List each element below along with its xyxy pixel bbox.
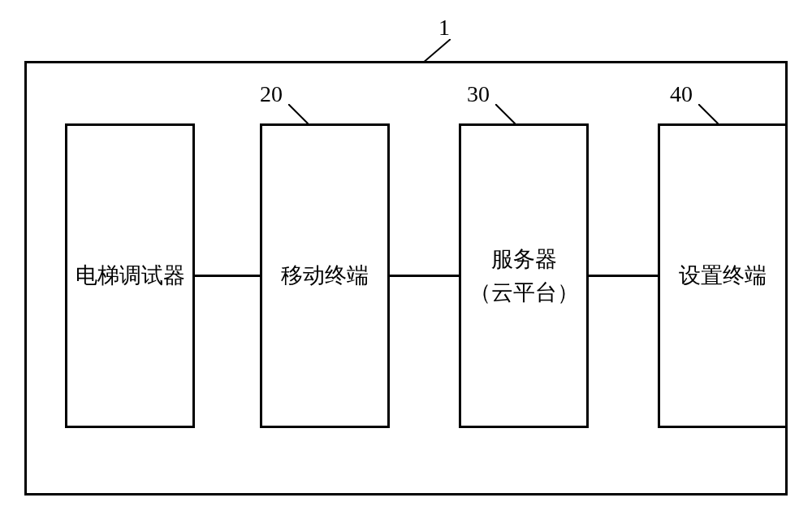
mobile-terminal-box: 移动终端: [260, 123, 390, 428]
connector-2-3: [390, 275, 459, 277]
label-container: 1: [438, 15, 450, 41]
svg-line-2: [495, 104, 516, 124]
elevator-debugger-box: 电梯调试器: [65, 123, 195, 428]
server-box: 服务器 （云平台）: [459, 123, 589, 428]
label-40: 40: [670, 81, 693, 107]
svg-line-1: [288, 104, 309, 124]
svg-line-0: [422, 39, 451, 63]
lead-line-30: [495, 104, 516, 124]
svg-line-3: [698, 104, 719, 124]
lead-line-40: [698, 104, 719, 124]
box-text-line2: （云平台）: [469, 276, 579, 309]
box-text: 设置终端: [679, 259, 767, 292]
connector-3-4: [589, 275, 658, 277]
lead-line-container: [422, 39, 451, 63]
connector-1-2: [195, 275, 260, 277]
box-text: 移动终端: [281, 259, 369, 292]
settings-terminal-box: 设置终端: [658, 123, 788, 428]
lead-line-20: [288, 104, 309, 124]
box-text-line1: 服务器: [491, 243, 557, 276]
box-text: 电梯调试器: [76, 259, 185, 292]
label-30: 30: [467, 81, 490, 107]
label-20: 20: [260, 81, 283, 107]
